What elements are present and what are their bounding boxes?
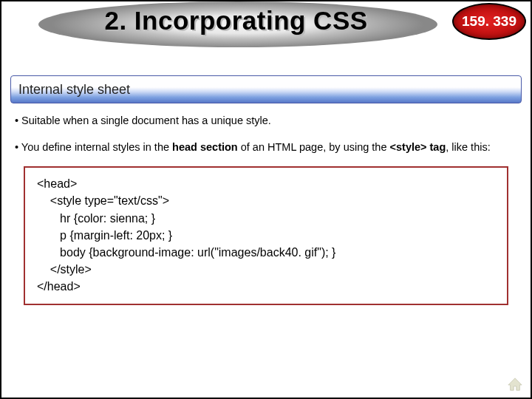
home-icon[interactable] [507,377,523,392]
slide-header: 2. Incorporating CSS 159. 339 [1,1,531,53]
subtitle-bar: Internal style sheet [10,75,522,103]
code-example: <head> <style type="text/css"> hr {color… [24,166,508,305]
bullet-1: Suitable when a single document has a un… [15,114,517,129]
bullet-2: You define internal styles in the head s… [15,140,517,155]
course-badge: 159. 339 [452,3,526,40]
subtitle-text: Internal style sheet [18,82,130,98]
slide-title: 2. Incorporating CSS [1,6,471,35]
slide-content: Suitable when a single document has a un… [1,103,531,154]
